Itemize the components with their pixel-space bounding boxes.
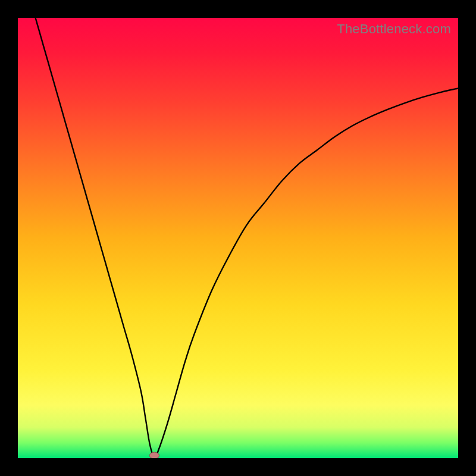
optimal-point-marker xyxy=(149,452,159,458)
chart-frame: TheBottleneck.com xyxy=(18,18,458,458)
watermark-label: TheBottleneck.com xyxy=(337,21,451,37)
bottleneck-chart xyxy=(18,18,458,458)
